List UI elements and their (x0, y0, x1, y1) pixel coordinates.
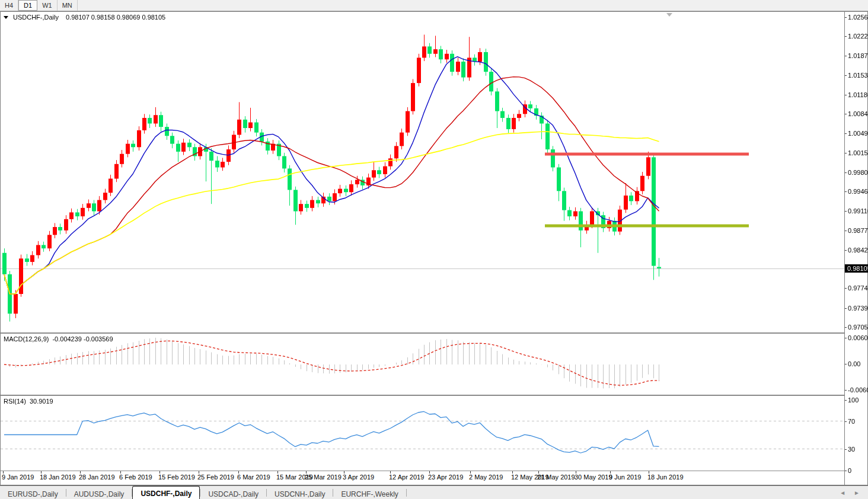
price-axis-label: 0.97390 (848, 305, 868, 312)
rsi-axis-label: 30 (848, 446, 855, 453)
chart-ohlc-header: USDCHF-,Daily 0.98107 0.98158 0.98069 0.… (4, 14, 165, 21)
price-axis-label: 1.02560 (848, 14, 868, 21)
price-axis-label: 1.02220 (848, 33, 868, 40)
date-axis[interactable]: 9 Jan 201918 Jan 201928 Jan 20196 Feb 20… (1, 471, 845, 482)
period-toolbar: H4D1W1MN (0, 0, 868, 11)
tab-usdchf-daily[interactable]: USDCHF-,Daily (132, 486, 200, 499)
date-axis-label: 25 Feb 2019 (197, 474, 234, 481)
chart-ohlc-values: 0.98107 0.98158 0.98069 0.98105 (66, 14, 165, 21)
date-axis-label: 18 Jan 2019 (40, 474, 76, 481)
date-axis-label: 6 Mar 2019 (237, 474, 270, 481)
period-button-mn[interactable]: MN (58, 0, 78, 11)
price-axis-label: 1.00840 (848, 110, 868, 117)
macd-axis-label: 0.006058 (848, 334, 868, 341)
tab-separator (406, 489, 407, 497)
tab-usdcnh-daily[interactable]: USDCNH-,Daily (267, 488, 333, 499)
macd-pane[interactable]: MACD(12,26,9)-0.004239 -0.003569 (1, 332, 845, 395)
price-axis-label: 0.99800 (848, 169, 868, 176)
price-axis-label: 1.01180 (848, 91, 868, 98)
date-axis-label: 2 May 2019 (469, 474, 503, 481)
macd-canvas[interactable] (1, 334, 845, 395)
date-axis-label: 9 Jun 2019 (609, 474, 641, 481)
price-axis-label: 0.99110 (848, 207, 868, 215)
price-axis-label: 0.97740 (848, 284, 868, 292)
tabs-scroll-right-icon[interactable]: ► (854, 490, 860, 496)
rsi-axis-label: 100 (848, 396, 859, 404)
period-button-d1[interactable]: D1 (18, 0, 37, 11)
rsi-label: RSI(14)30.9019 (4, 398, 53, 405)
rsi-axis-label: 70 (848, 418, 855, 425)
candlestick-canvas[interactable] (1, 12, 845, 332)
macd-axis-label: 0.00 (848, 360, 860, 367)
chart-window: USDCHF-,Daily 0.98107 0.98158 0.98069 0.… (0, 11, 868, 485)
date-axis-label: 15 Feb 2019 (158, 474, 195, 481)
tabs-scroll-left-icon[interactable]: ◄ (840, 490, 845, 496)
price-axis-label: 0.97050 (848, 324, 868, 331)
price-axis-label: 0.98420 (848, 247, 868, 254)
price-axis-label: 1.01870 (848, 52, 868, 59)
chart-shift-marker-icon[interactable] (666, 13, 672, 17)
date-axis-label: 30 May 2019 (575, 474, 612, 481)
tab-eurusd-daily[interactable]: EURUSD-,Daily (0, 488, 66, 499)
chart-symbol-label: USDCHF-,Daily (13, 14, 59, 21)
date-axis-label: 9 Jan 2019 (2, 474, 34, 481)
tab-eurchf-weekly[interactable]: EURCHF-,Weekly (333, 488, 406, 499)
price-axis-label: 1.01530 (848, 72, 868, 79)
rsi-canvas[interactable] (1, 396, 845, 471)
main-chart-pane[interactable]: USDCHF-,Daily 0.98107 0.98158 0.98069 0.… (1, 12, 845, 332)
date-axis-label: 12 Apr 2019 (389, 474, 424, 481)
date-axis-label: 21 May 2019 (537, 474, 575, 481)
date-axis-label: 23 Apr 2019 (428, 474, 463, 481)
date-axis-label: 3 Apr 2019 (343, 474, 374, 481)
period-button-w1[interactable]: W1 (37, 0, 58, 11)
tab-usdcad-daily[interactable]: USDCAD-,Daily (200, 488, 266, 499)
price-axis-label: 1.00490 (848, 130, 868, 137)
price-axis[interactable]: 1.025601.022201.018701.015301.011801.008… (844, 12, 867, 485)
macd-label: MACD(12,26,9)-0.004239 -0.003569 (4, 335, 113, 343)
price-axis-label: 0.99460 (848, 188, 868, 195)
tab-audusd-daily[interactable]: AUDUSD-,Daily (66, 488, 132, 499)
price-axis-label: 0.98770 (848, 227, 868, 234)
macd-axis-label: -0.006096 (848, 386, 868, 394)
date-axis-label: 25 Mar 2019 (305, 474, 342, 481)
date-axis-label: 28 Jan 2019 (79, 474, 115, 481)
rsi-axis-label: 0 (848, 467, 851, 474)
date-axis-label: 18 Jun 2019 (647, 474, 684, 481)
chart-tabbar: EURUSD-,DailyAUDUSD-,DailyUSDCHF-,DailyU… (0, 485, 868, 499)
rsi-pane[interactable]: RSI(14)30.9019 (1, 395, 845, 471)
date-axis-label: 6 Feb 2019 (119, 474, 152, 481)
rsi-value: 30.9019 (30, 398, 53, 405)
price-axis-label: 1.00150 (848, 149, 868, 156)
current-price-tag: 0.98105 (845, 264, 868, 273)
chart-dropdown-icon[interactable] (4, 16, 8, 19)
period-button-h4[interactable]: H4 (0, 0, 18, 11)
tab-scroll-arrows: ◄► (840, 486, 860, 499)
macd-values: -0.004239 -0.003569 (52, 335, 113, 343)
